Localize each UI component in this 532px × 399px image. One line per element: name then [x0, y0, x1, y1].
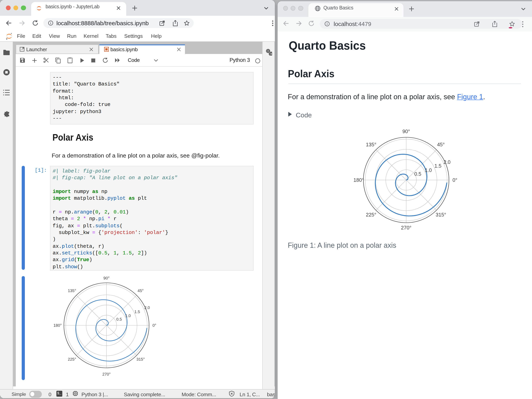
svg-text:1.5: 1.5: [134, 310, 140, 314]
svg-text:0°: 0°: [152, 323, 156, 327]
svg-text:225°: 225°: [68, 357, 76, 361]
svg-text:135°: 135°: [68, 289, 76, 293]
svg-text:45°: 45°: [437, 141, 445, 147]
svg-text:1.0: 1.0: [125, 313, 131, 318]
svg-text:0.5: 0.5: [116, 317, 122, 321]
svg-text:315°: 315°: [436, 212, 446, 217]
svg-text:90°: 90°: [103, 276, 109, 280]
svg-text:270°: 270°: [401, 225, 411, 230]
svg-text:135°: 135°: [366, 141, 376, 147]
svg-text:180°: 180°: [53, 323, 62, 327]
svg-text:270°: 270°: [102, 372, 110, 376]
svg-text:2.0: 2.0: [443, 159, 450, 165]
svg-text:45°: 45°: [137, 289, 144, 293]
svg-text:0.5: 0.5: [414, 171, 421, 177]
svg-text:0°: 0°: [452, 177, 457, 183]
svg-text:1.0: 1.0: [424, 167, 432, 173]
svg-text:315°: 315°: [136, 357, 145, 361]
svg-text:1.5: 1.5: [434, 163, 441, 168]
svg-text:2.0: 2.0: [144, 306, 150, 310]
svg-text:90°: 90°: [402, 129, 410, 134]
svg-text:225°: 225°: [366, 212, 376, 217]
svg-text:180°: 180°: [353, 177, 364, 183]
